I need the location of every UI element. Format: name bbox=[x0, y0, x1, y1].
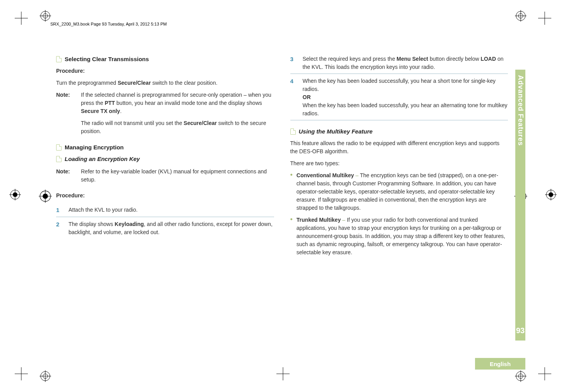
procedure-label: Procedure: bbox=[56, 67, 274, 75]
section-title: Managing Encryption bbox=[65, 143, 124, 152]
document-icon bbox=[290, 128, 296, 135]
bullet-item: • Conventional Multikey – The encryption… bbox=[290, 171, 508, 212]
step-body: The display shows Keyloading, and all ot… bbox=[69, 220, 274, 236]
page-number: 93 bbox=[516, 326, 525, 335]
procedure-step: 2 The display shows Keyloading, and all … bbox=[56, 218, 274, 239]
note-label: Note: bbox=[56, 168, 75, 188]
section-title-italic: Loading an Encryption Key bbox=[65, 155, 140, 164]
text: The radio will not transmit until you se… bbox=[81, 120, 184, 126]
step-number: 2 bbox=[56, 220, 63, 236]
note-body: Refer to the key-variable loader (KVL) m… bbox=[81, 168, 274, 188]
step-body: Attach the KVL to your radio. bbox=[69, 206, 274, 215]
paragraph: There are two types: bbox=[290, 159, 508, 168]
step-number: 3 bbox=[290, 55, 297, 71]
text: . bbox=[120, 108, 122, 114]
text: Select the required keys and press the bbox=[303, 56, 397, 62]
text: button directly below bbox=[428, 56, 480, 62]
bullet-dot-icon: • bbox=[290, 216, 293, 257]
section-heading: Loading an Encryption Key bbox=[56, 155, 274, 164]
right-column: 3 Select the required keys and press the… bbox=[290, 53, 508, 380]
procedure-step: 1 Attach the KVL to your radio. bbox=[56, 204, 274, 217]
step-number: 1 bbox=[56, 206, 63, 215]
document-icon bbox=[56, 144, 62, 151]
step-body: Select the required keys and press the M… bbox=[303, 55, 508, 71]
bullet-body: Conventional Multikey – The encryption k… bbox=[297, 171, 508, 212]
text: When the key has been loaded successfull… bbox=[303, 102, 508, 116]
text: When the key has been loaded successfull… bbox=[303, 78, 496, 92]
step-number: 4 bbox=[290, 77, 297, 118]
side-tab: Advanced Features 93 bbox=[515, 70, 525, 341]
paragraph: This feature allows the radio to be equi… bbox=[290, 139, 508, 156]
language-tab: English bbox=[475, 358, 525, 370]
document-icon bbox=[56, 156, 62, 162]
dash: – bbox=[354, 172, 360, 178]
display-text: Keyloading bbox=[115, 221, 144, 227]
procedure-step: 3 Select the required keys and press the… bbox=[290, 53, 508, 74]
bold-term: Secure/Clear bbox=[184, 120, 217, 126]
bullet-body: Trunked Multikey – If you use your radio… bbox=[297, 216, 508, 257]
note-block: Note: Refer to the key-variable loader (… bbox=[56, 168, 274, 188]
bold-term: PTT bbox=[105, 100, 115, 106]
dash: – bbox=[341, 217, 347, 223]
note-block: Note: If the selected channel is preprog… bbox=[56, 91, 274, 139]
text: Refer to the key-variable loader (KVL) m… bbox=[81, 168, 274, 184]
bold-term: Trunked Multikey bbox=[297, 217, 341, 223]
text: switch to the clear position. bbox=[151, 80, 218, 86]
procedure-label: Procedure: bbox=[56, 192, 274, 200]
side-tab-label: Advanced Features bbox=[516, 70, 525, 326]
procedure-step: 4 When the key has been loaded successfu… bbox=[290, 75, 508, 120]
bold-term: Menu Select bbox=[396, 56, 428, 62]
text: The display shows bbox=[69, 221, 115, 227]
left-column: Selecting Clear Transmissions Procedure:… bbox=[56, 53, 274, 380]
note-body: If the selected channel is preprogrammed… bbox=[81, 91, 274, 139]
section-title: Selecting Clear Transmissions bbox=[65, 55, 149, 64]
bullet-item: • Trunked Multikey – If you use your rad… bbox=[290, 216, 508, 257]
bold-term: Secure/Clear bbox=[118, 80, 151, 86]
text: Turn the preprogrammed bbox=[56, 80, 118, 86]
document-icon bbox=[56, 56, 62, 62]
or-label: OR bbox=[303, 94, 311, 100]
procedure-text: Turn the preprogrammed Secure/Clear swit… bbox=[56, 79, 274, 87]
content-columns: Selecting Clear Transmissions Procedure:… bbox=[56, 53, 508, 380]
display-text: Secure TX only bbox=[81, 108, 120, 114]
text: button, you hear an invalid mode tone an… bbox=[115, 100, 262, 106]
section-heading: Using the Multikey Feature bbox=[290, 127, 508, 136]
bullet-dot-icon: • bbox=[290, 171, 293, 212]
bold-term: LOAD bbox=[480, 56, 496, 62]
section-heading: Selecting Clear Transmissions bbox=[56, 55, 274, 64]
page: Selecting Clear Transmissions Procedure:… bbox=[0, 0, 566, 392]
note-label: Note: bbox=[56, 91, 75, 139]
section-heading: Managing Encryption bbox=[56, 143, 274, 152]
bold-term: Conventional Multikey bbox=[297, 172, 354, 178]
section-title-italic: Using the Multikey Feature bbox=[299, 127, 373, 136]
step-body: When the key has been loaded successfull… bbox=[303, 77, 508, 118]
